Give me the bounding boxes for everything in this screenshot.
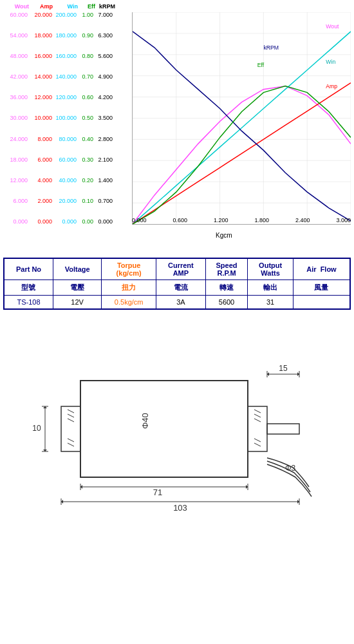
td-cn-speed: 轉速: [205, 280, 248, 296]
x-axis-label: Kgcm: [216, 232, 232, 239]
td-speed: 5600: [205, 296, 248, 310]
wout-label: Wout: [326, 23, 339, 30]
svg-line-28: [254, 439, 261, 442]
amp-label: Amp: [326, 83, 337, 90]
svg-rect-30: [267, 424, 299, 434]
data-table: Part No Voltage Torpue(kg/cm) CurrentAMP…: [3, 258, 351, 310]
table-section: Part No Voltage Torpue(kg/cm) CurrentAMP…: [0, 251, 354, 316]
svg-line-23: [68, 443, 74, 446]
dim-71: 71: [153, 488, 162, 497]
eff-axis-label: Eff: [79, 3, 95, 10]
table-row: TS-108 12V 0.5kg/cm 3A 5600 31: [4, 296, 350, 310]
th-partno: Part No: [4, 258, 53, 280]
amp-axis-label: Amp: [30, 3, 53, 10]
svg-line-27: [254, 419, 261, 422]
td-current: 3A: [156, 296, 206, 310]
th-airflow: Air Flow: [293, 258, 350, 280]
td-cn-current: 電流: [156, 280, 206, 296]
th-current: CurrentAMP: [156, 258, 206, 280]
plot-area: Wout Win Amp Eff kRPM: [132, 12, 351, 225]
x-axis: 0.000 0.600 1.200 1.800 2.400 3.000: [132, 216, 351, 225]
th-voltage: Voltage: [53, 258, 101, 280]
th-speed: SpeedR.P.M: [205, 258, 248, 280]
krpm-label: kRPM: [263, 44, 279, 51]
y-axis-labels: 60.00020.000200.0001.007.000 54.00018.00…: [3, 12, 132, 225]
td-cn-airflow: 風量: [293, 280, 350, 296]
chart-svg: Wout Win Amp Eff kRPM: [133, 12, 351, 224]
win-curve: [133, 32, 351, 224]
td-partno: TS-108: [4, 296, 53, 310]
svg-rect-17: [80, 381, 248, 477]
dim-phi40: Φ40: [140, 413, 150, 429]
chart-container: Wout Amp Win Eff kRPM 60.00020.000200.00…: [3, 3, 351, 219]
dim-phi3: Φ3: [285, 464, 296, 473]
svg-line-19: [68, 410, 74, 413]
chart-section: Wout Amp Win Eff kRPM 60.00020.000200.00…: [0, 0, 354, 245]
td-output: 31: [248, 296, 293, 310]
td-cn-voltage: 電壓: [53, 280, 101, 296]
krpm-axis-label: kRPM: [96, 3, 115, 10]
td-cn-output: 輸出: [248, 280, 293, 296]
wout-axis-label: Wout: [3, 3, 29, 10]
dim-10: 10: [32, 424, 41, 433]
td-voltage: 12V: [53, 296, 101, 310]
td-cn-torpue: 扭力: [102, 280, 156, 296]
dim-103: 103: [173, 503, 187, 513]
win-label: Win: [326, 59, 335, 65]
th-torpue: Torpue(kg/cm): [102, 258, 156, 280]
diagram-section: Φ40 Φ3 71 103 15 10: [0, 336, 354, 529]
technical-drawing: Φ40 Φ3 71 103 15 10: [23, 342, 331, 522]
svg-line-20: [68, 414, 74, 417]
td-airflow: [293, 296, 350, 310]
win-axis-label: Win: [53, 3, 78, 10]
svg-line-25: [254, 410, 261, 413]
th-output: OutputWatts: [248, 258, 293, 280]
svg-line-29: [254, 443, 261, 446]
svg-line-22: [68, 439, 74, 442]
eff-label: Eff: [257, 62, 265, 68]
td-cn-partno: 型號: [4, 280, 53, 296]
svg-line-21: [68, 419, 74, 422]
dim-15: 15: [279, 364, 288, 373]
td-torpue: 0.5kg/cm: [102, 296, 156, 310]
svg-line-26: [254, 414, 261, 417]
